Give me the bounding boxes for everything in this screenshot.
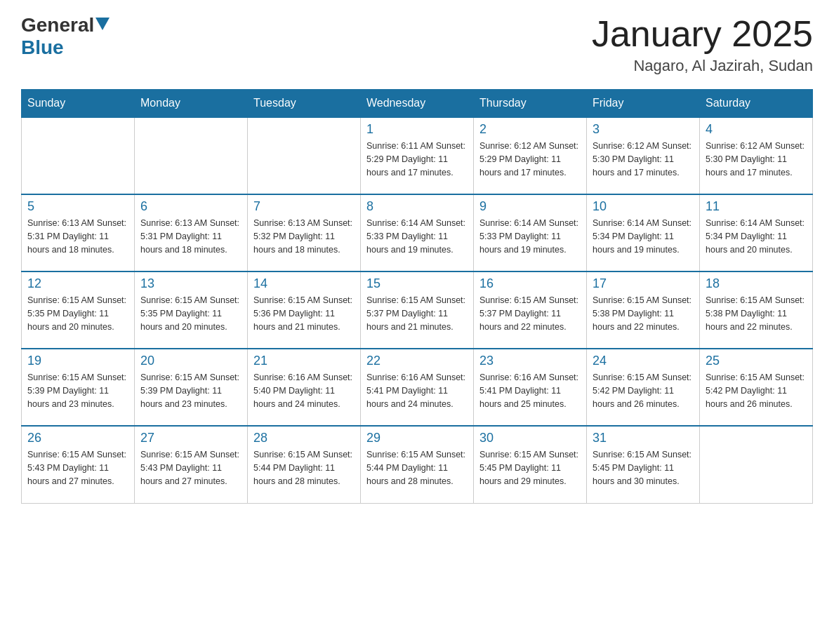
calendar-day-header: Sunday [22,90,135,118]
day-number: 24 [593,354,694,368]
day-info: Sunrise: 6:13 AM Sunset: 5:31 PM Dayligh… [140,217,241,256]
day-info: Sunrise: 6:15 AM Sunset: 5:42 PM Dayligh… [706,371,807,410]
day-info: Sunrise: 6:13 AM Sunset: 5:31 PM Dayligh… [27,217,128,256]
day-number: 12 [27,276,128,291]
calendar-cell: 23Sunrise: 6:16 AM Sunset: 5:41 PM Dayli… [474,349,587,426]
day-info: Sunrise: 6:15 AM Sunset: 5:38 PM Dayligh… [706,294,807,333]
calendar-cell: 12Sunrise: 6:15 AM Sunset: 5:35 PM Dayli… [22,271,135,349]
calendar-cell: 1Sunrise: 6:11 AM Sunset: 5:29 PM Daylig… [361,117,474,194]
day-number: 29 [366,431,468,445]
day-info: Sunrise: 6:15 AM Sunset: 5:35 PM Dayligh… [140,294,241,333]
calendar-week-row: 12Sunrise: 6:15 AM Sunset: 5:35 PM Dayli… [22,271,813,349]
calendar-cell: 17Sunrise: 6:15 AM Sunset: 5:38 PM Dayli… [587,271,700,349]
day-number: 5 [27,199,128,214]
calendar-day-header: Friday [587,90,700,118]
logo-arrow-icon [95,18,110,30]
calendar-cell: 4Sunrise: 6:12 AM Sunset: 5:30 PM Daylig… [700,117,813,194]
day-number: 31 [593,431,694,445]
day-number: 26 [27,431,128,445]
logo-blue-text: Blue [21,36,64,58]
calendar-cell [22,117,135,194]
day-number: 27 [140,431,241,445]
day-info: Sunrise: 6:15 AM Sunset: 5:43 PM Dayligh… [140,448,241,488]
day-number: 25 [706,354,807,368]
calendar-header-row: SundayMondayTuesdayWednesdayThursdayFrid… [22,90,813,118]
day-info: Sunrise: 6:15 AM Sunset: 5:43 PM Dayligh… [27,448,128,488]
day-info: Sunrise: 6:15 AM Sunset: 5:45 PM Dayligh… [593,448,694,488]
calendar-cell [135,117,248,194]
day-info: Sunrise: 6:12 AM Sunset: 5:30 PM Dayligh… [706,140,807,179]
day-info: Sunrise: 6:16 AM Sunset: 5:40 PM Dayligh… [253,371,355,410]
day-number: 9 [479,199,581,214]
day-number: 28 [253,431,355,445]
calendar-cell: 5Sunrise: 6:13 AM Sunset: 5:31 PM Daylig… [22,194,135,271]
day-info: Sunrise: 6:16 AM Sunset: 5:41 PM Dayligh… [479,371,581,410]
day-number: 16 [479,276,581,291]
calendar-cell: 9Sunrise: 6:14 AM Sunset: 5:33 PM Daylig… [474,194,587,271]
calendar-cell: 16Sunrise: 6:15 AM Sunset: 5:37 PM Dayli… [474,271,587,349]
calendar-cell: 21Sunrise: 6:16 AM Sunset: 5:40 PM Dayli… [248,349,361,426]
day-number: 18 [706,276,807,291]
calendar-day-header: Saturday [700,90,813,118]
calendar-cell [700,426,813,503]
day-number: 10 [593,199,694,214]
day-number: 6 [140,199,241,214]
day-info: Sunrise: 6:15 AM Sunset: 5:37 PM Dayligh… [479,294,581,333]
calendar-cell: 7Sunrise: 6:13 AM Sunset: 5:32 PM Daylig… [248,194,361,271]
calendar-cell [248,117,361,194]
calendar-week-row: 5Sunrise: 6:13 AM Sunset: 5:31 PM Daylig… [22,194,813,271]
calendar-cell: 3Sunrise: 6:12 AM Sunset: 5:30 PM Daylig… [587,117,700,194]
title-section: January 2025 Nagaro, Al Jazirah, Sudan [592,14,813,75]
logo: General Blue [21,14,111,59]
logo-general-text: General [21,14,94,36]
day-number: 11 [706,199,807,214]
day-number: 7 [253,199,355,214]
day-number: 14 [253,276,355,291]
calendar-cell: 8Sunrise: 6:14 AM Sunset: 5:33 PM Daylig… [361,194,474,271]
calendar-week-row: 26Sunrise: 6:15 AM Sunset: 5:43 PM Dayli… [22,426,813,503]
calendar-cell: 11Sunrise: 6:14 AM Sunset: 5:34 PM Dayli… [700,194,813,271]
calendar-cell: 31Sunrise: 6:15 AM Sunset: 5:45 PM Dayli… [587,426,700,503]
page-header: General Blue January 2025 Nagaro, Al Jaz… [21,14,813,75]
day-number: 15 [366,276,468,291]
day-number: 17 [593,276,694,291]
day-info: Sunrise: 6:15 AM Sunset: 5:39 PM Dayligh… [27,371,128,410]
day-number: 20 [140,354,241,368]
calendar-cell: 30Sunrise: 6:15 AM Sunset: 5:45 PM Dayli… [474,426,587,503]
day-number: 23 [479,354,581,368]
calendar-cell: 29Sunrise: 6:15 AM Sunset: 5:44 PM Dayli… [361,426,474,503]
day-info: Sunrise: 6:14 AM Sunset: 5:33 PM Dayligh… [479,217,581,256]
location: Nagaro, Al Jazirah, Sudan [592,57,813,75]
calendar-cell: 26Sunrise: 6:15 AM Sunset: 5:43 PM Dayli… [22,426,135,503]
calendar-cell: 25Sunrise: 6:15 AM Sunset: 5:42 PM Dayli… [700,349,813,426]
day-info: Sunrise: 6:14 AM Sunset: 5:34 PM Dayligh… [706,217,807,256]
day-number: 13 [140,276,241,291]
calendar-day-header: Tuesday [248,90,361,118]
calendar-cell: 27Sunrise: 6:15 AM Sunset: 5:43 PM Dayli… [135,426,248,503]
day-number: 21 [253,354,355,368]
calendar-cell: 10Sunrise: 6:14 AM Sunset: 5:34 PM Dayli… [587,194,700,271]
calendar-cell: 2Sunrise: 6:12 AM Sunset: 5:29 PM Daylig… [474,117,587,194]
day-number: 2 [479,122,581,137]
day-info: Sunrise: 6:12 AM Sunset: 5:29 PM Dayligh… [479,140,581,179]
calendar-cell: 13Sunrise: 6:15 AM Sunset: 5:35 PM Dayli… [135,271,248,349]
calendar-cell: 20Sunrise: 6:15 AM Sunset: 5:39 PM Dayli… [135,349,248,426]
day-info: Sunrise: 6:16 AM Sunset: 5:41 PM Dayligh… [366,371,468,410]
day-info: Sunrise: 6:15 AM Sunset: 5:39 PM Dayligh… [140,371,241,410]
calendar-day-header: Monday [135,90,248,118]
day-number: 30 [479,431,581,445]
calendar-day-header: Wednesday [361,90,474,118]
day-number: 19 [27,354,128,368]
calendar-cell: 22Sunrise: 6:16 AM Sunset: 5:41 PM Dayli… [361,349,474,426]
calendar-cell: 15Sunrise: 6:15 AM Sunset: 5:37 PM Dayli… [361,271,474,349]
day-number: 8 [366,199,468,214]
day-info: Sunrise: 6:12 AM Sunset: 5:30 PM Dayligh… [593,140,694,179]
day-info: Sunrise: 6:11 AM Sunset: 5:29 PM Dayligh… [366,140,468,179]
day-info: Sunrise: 6:15 AM Sunset: 5:45 PM Dayligh… [479,448,581,488]
day-info: Sunrise: 6:15 AM Sunset: 5:37 PM Dayligh… [366,294,468,333]
day-number: 1 [366,122,468,137]
day-number: 3 [593,122,694,137]
calendar-table: SundayMondayTuesdayWednesdayThursdayFrid… [21,89,813,504]
calendar-cell: 18Sunrise: 6:15 AM Sunset: 5:38 PM Dayli… [700,271,813,349]
day-info: Sunrise: 6:15 AM Sunset: 5:36 PM Dayligh… [253,294,355,333]
